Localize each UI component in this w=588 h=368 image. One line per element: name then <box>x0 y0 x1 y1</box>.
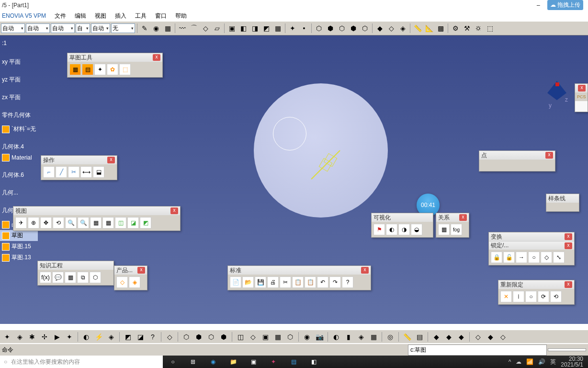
tool3-icon[interactable]: ⛭ <box>473 23 484 34</box>
open-icon[interactable]: 📂 <box>242 276 254 288</box>
corner-icon[interactable]: ⌐ <box>43 166 55 178</box>
ext-icon[interactable]: ⟲ <box>550 291 562 302</box>
wire-icon[interactable]: ✦ <box>287 23 298 34</box>
move-icon[interactable]: → <box>516 252 527 263</box>
cut-icon[interactable]: ✂ <box>280 276 291 288</box>
menu-window[interactable]: 窗口 <box>151 12 170 20</box>
chamfer-icon[interactable]: ╱ <box>56 166 67 178</box>
sketch-tools-panel[interactable]: 草图工具x ▦ ▤ ✦ ✿ ⬚ <box>67 53 163 78</box>
store-icon[interactable]: ▣ <box>243 356 263 368</box>
visual-panel[interactable]: 可视化 ⚑ ◐ ◑ ◒ <box>371 213 433 238</box>
dropdown-1[interactable]: 自动 <box>1 23 25 33</box>
bt31-icon[interactable]: ◆ <box>443 332 454 342</box>
trim2-icon[interactable]: ✕ <box>500 291 512 302</box>
tree-item[interactable]: 草图.13 <box>0 252 38 263</box>
assy4-icon[interactable]: ⬢ <box>348 23 359 34</box>
flag-icon[interactable]: ⚑ <box>373 224 385 235</box>
close-icon[interactable]: x <box>578 85 586 92</box>
bt14-icon[interactable]: ⬡ <box>181 332 192 342</box>
fog-icon[interactable]: fog <box>451 224 462 235</box>
minimize-button[interactable]: − <box>529 1 548 9</box>
lock2-icon[interactable]: 🔓 <box>503 252 515 263</box>
tree-item[interactable]: `材料`=无 <box>0 124 38 135</box>
close-icon[interactable]: x <box>137 267 145 274</box>
plane-icon[interactable]: ▱ <box>212 23 222 34</box>
bt18-icon[interactable]: ◫ <box>235 332 246 342</box>
wifi-icon[interactable]: 📶 <box>526 358 533 365</box>
knowledge-panel[interactable]: 知识工程 f(x) 💬 ▦ ⧉ ⬡ <box>37 261 114 286</box>
clock-date[interactable]: 2021/5/1 <box>561 362 583 368</box>
app1-icon[interactable]: ✦ <box>263 356 283 368</box>
lock1-icon[interactable]: 🔒 <box>491 252 502 263</box>
tray-up-icon[interactable]: ^ <box>509 358 511 365</box>
dropdown-4[interactable]: 自 <box>76 23 90 33</box>
assy2-icon[interactable]: ⬢ <box>325 23 336 34</box>
bt3-icon[interactable]: ✱ <box>27 332 37 342</box>
bt30-icon[interactable]: ◆ <box>431 332 441 342</box>
scale-icon[interactable]: ⤡ <box>553 252 565 263</box>
close-icon[interactable]: x <box>565 233 572 240</box>
menu-help[interactable]: 帮助 <box>171 12 191 20</box>
curve-icon[interactable]: 〰 <box>177 23 188 34</box>
volume-icon[interactable]: 🔊 <box>538 358 545 365</box>
app2-icon[interactable]: ▤ <box>283 356 304 368</box>
bt25-icon[interactable]: ▮ <box>343 332 354 342</box>
bt12-icon[interactable]: ? <box>147 332 158 342</box>
vis1-icon[interactable]: ◐ <box>386 224 397 235</box>
fly-icon[interactable]: ✈ <box>15 217 27 229</box>
formula-icon[interactable]: f(x) <box>40 272 51 283</box>
comp-icon[interactable]: ⟳ <box>538 291 549 302</box>
search-input[interactable]: ○ 在这里输入你要搜索的内容 <box>0 356 163 368</box>
iso-icon[interactable]: ◫ <box>115 217 126 229</box>
upload-button[interactable]: ☁ 拖拽上传 <box>547 0 583 10</box>
close-icon[interactable]: x <box>565 242 572 249</box>
shade-icon[interactable]: ◪ <box>127 217 139 229</box>
menu-file[interactable]: 文件 <box>51 12 70 20</box>
bt10-icon[interactable]: ◩ <box>123 332 133 342</box>
bt2-icon[interactable]: ◈ <box>14 332 25 342</box>
tool1-icon[interactable]: ⚙ <box>450 23 461 34</box>
meas1-icon[interactable]: 📏 <box>412 23 423 34</box>
tool2-icon[interactable]: ⚒ <box>462 23 472 34</box>
multi-icon[interactable]: ▦ <box>102 217 114 229</box>
vis3-icon[interactable]: ◒ <box>411 224 422 235</box>
bt28-icon[interactable]: ◎ <box>385 332 396 342</box>
tree-item[interactable]: zx 平面 <box>0 92 38 103</box>
dropdown-5[interactable]: 自动 <box>91 23 110 33</box>
pat3-icon[interactable]: ◈ <box>397 23 408 34</box>
bt13-icon[interactable]: ◇ <box>164 332 175 342</box>
zoom-out-icon[interactable]: 🔍 <box>78 217 89 229</box>
tree-item[interactable]: Material <box>0 152 38 163</box>
redo-icon[interactable]: ↷ <box>329 276 341 288</box>
paste-icon[interactable]: 📋 <box>305 276 316 288</box>
grid-sparse-icon[interactable]: ▤ <box>82 64 93 75</box>
close-icon[interactable]: x <box>170 207 178 214</box>
bt24-icon[interactable]: ◐ <box>331 332 341 342</box>
save-icon[interactable]: 💾 <box>255 276 266 288</box>
menu-tools[interactable]: 工具 <box>131 12 150 20</box>
bt15-icon[interactable]: ⬢ <box>193 332 204 342</box>
bt8-icon[interactable]: ⚡ <box>93 332 104 342</box>
relation-panel[interactable]: 关系x ▦ fog <box>436 213 469 238</box>
shape-icon[interactable]: ◇ <box>200 23 211 34</box>
close-icon[interactable]: x <box>361 267 369 274</box>
close-curve-icon[interactable]: ○ <box>525 291 537 302</box>
check-icon[interactable]: ▦ <box>65 272 76 283</box>
bt23-icon[interactable]: ◉ <box>302 332 312 342</box>
product-panel[interactable]: 产品...x ◇ ◈ <box>114 265 147 290</box>
flip-icon[interactable]: ◇ <box>541 252 552 263</box>
tree-item[interactable]: 几何... <box>0 187 38 198</box>
bt6-icon[interactable]: ✦ <box>64 332 75 342</box>
mirror-icon[interactable]: ⟷ <box>80 166 92 178</box>
zoom-in-icon[interactable]: 🔍 <box>65 217 77 229</box>
operations-panel[interactable]: 操作x ⌐ ╱ ✂ ⟷ ⬓ <box>41 155 117 180</box>
undo-icon[interactable]: ↶ <box>317 276 328 288</box>
tree-item[interactable]: 几何体.4 <box>0 141 38 152</box>
assy3-icon[interactable]: ⬡ <box>337 23 347 34</box>
bt22-icon[interactable]: ⬡ <box>285 332 295 342</box>
tree-root[interactable]: :1 <box>0 38 38 48</box>
redefine-panel[interactable]: 重新限定x ✕ ⁞ ○ ⟳ ⟲ <box>498 280 575 305</box>
menu-insert[interactable]: 插入 <box>111 12 130 20</box>
prod1-icon[interactable]: ◇ <box>116 276 128 288</box>
cloud-icon[interactable]: ☁ <box>516 358 521 365</box>
